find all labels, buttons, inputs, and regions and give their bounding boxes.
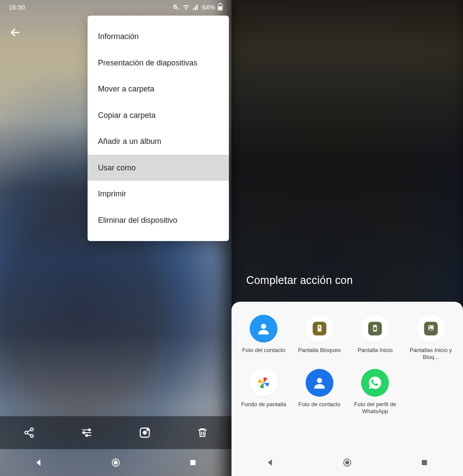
share-button[interactable] bbox=[19, 422, 39, 443]
delete-button[interactable] bbox=[192, 422, 213, 443]
chooser-app-wallpaper[interactable]: Fondo de pantalla bbox=[236, 366, 292, 418]
svg-point-15 bbox=[261, 324, 266, 329]
contact-icon bbox=[250, 315, 277, 342]
svg-rect-14 bbox=[190, 460, 196, 465]
nav-home-button[interactable] bbox=[339, 454, 356, 471]
menu-item-use-as[interactable]: Usar como bbox=[88, 155, 229, 181]
svg-point-24 bbox=[429, 326, 430, 327]
menu-item-slideshow[interactable]: Presentación de diapositivas bbox=[88, 50, 229, 76]
chooser-app-both-screens[interactable]: Pantallas Inicio y Bloq... bbox=[403, 312, 459, 364]
svg-point-11 bbox=[147, 429, 148, 430]
svg-rect-2 bbox=[218, 7, 222, 10]
picture-icon bbox=[417, 315, 445, 342]
menu-item-move[interactable]: Mover a carpeta bbox=[88, 76, 229, 102]
svg-point-5 bbox=[30, 434, 33, 437]
svg-rect-1 bbox=[219, 3, 221, 4]
whatsapp-icon bbox=[361, 369, 389, 397]
svg-point-6 bbox=[89, 429, 91, 430]
svg-point-8 bbox=[86, 434, 88, 436]
app-label: Pantalla Bloqueo bbox=[298, 347, 341, 354]
photo-viewer-screen: 16:30 64% Información Presentación de di… bbox=[0, 0, 232, 476]
back-button[interactable] bbox=[9, 26, 22, 41]
chooser-sheet: Foto del contacto Pantalla Bloqueo Panta… bbox=[232, 302, 463, 476]
svg-point-25 bbox=[317, 378, 322, 383]
edit-button[interactable] bbox=[76, 422, 97, 443]
system-nav-bar bbox=[0, 449, 232, 476]
svg-rect-28 bbox=[422, 460, 427, 465]
signal-icon bbox=[192, 3, 199, 10]
app-label: Pantalla Inicio bbox=[358, 347, 393, 354]
status-icons: 64% bbox=[173, 3, 223, 11]
svg-rect-19 bbox=[319, 327, 320, 329]
nav-home-button[interactable] bbox=[107, 454, 124, 471]
menu-item-info[interactable]: Información bbox=[88, 23, 229, 50]
status-bar: 16:30 64% bbox=[0, 0, 232, 14]
menu-item-add-album[interactable]: Añadir a un álbum bbox=[88, 128, 229, 155]
lock-icon bbox=[306, 315, 333, 342]
photo-action-bar bbox=[0, 416, 232, 449]
intent-chooser-screen: Completar acción con Foto del contacto P… bbox=[232, 0, 463, 476]
menu-item-copy[interactable]: Copiar a carpeta bbox=[88, 102, 229, 129]
chooser-title: Completar acción con bbox=[246, 274, 450, 287]
nav-recents-button[interactable] bbox=[184, 454, 202, 471]
app-label: Foto del contacto bbox=[242, 347, 285, 354]
contact-icon bbox=[306, 369, 333, 397]
status-time: 16:30 bbox=[9, 3, 25, 11]
app-label: Fondo de pantalla bbox=[241, 401, 286, 408]
nav-back-button[interactable] bbox=[30, 454, 47, 471]
chooser-app-home-screen[interactable]: Pantalla Inicio bbox=[347, 312, 403, 364]
svg-point-10 bbox=[143, 431, 146, 434]
svg-point-13 bbox=[114, 461, 117, 464]
svg-point-7 bbox=[83, 432, 85, 434]
app-label: Foto de contacto bbox=[298, 401, 340, 408]
svg-point-4 bbox=[25, 431, 28, 434]
chooser-app-contact-photo[interactable]: Foto del contacto bbox=[236, 312, 292, 364]
menu-item-print[interactable]: Imprimir bbox=[88, 181, 229, 207]
lens-button[interactable] bbox=[134, 422, 155, 443]
nav-recents-button[interactable] bbox=[416, 454, 433, 471]
chooser-app-contact-photo-2[interactable]: Foto de contacto bbox=[292, 366, 348, 418]
mute-icon bbox=[173, 3, 180, 10]
svg-point-27 bbox=[346, 461, 349, 464]
menu-item-delete[interactable]: Eliminar del dispositivo bbox=[88, 207, 229, 234]
battery-icon bbox=[218, 3, 223, 11]
system-nav-bar bbox=[232, 449, 463, 476]
wifi-icon bbox=[183, 3, 190, 11]
app-label: Pantallas Inicio y Bloq... bbox=[407, 347, 455, 361]
nav-back-button[interactable] bbox=[261, 454, 279, 471]
chooser-grid: Foto del contacto Pantalla Bloqueo Panta… bbox=[236, 312, 459, 417]
battery-text: 64% bbox=[202, 3, 215, 11]
google-photos-icon bbox=[250, 369, 277, 397]
home-icon bbox=[361, 315, 389, 342]
overflow-menu: Información Presentación de diapositivas… bbox=[88, 16, 229, 241]
chooser-app-whatsapp[interactable]: Foto del perfil de WhatsApp bbox=[347, 366, 403, 418]
chooser-app-lock-screen[interactable]: Pantalla Bloqueo bbox=[292, 312, 348, 364]
app-label: Foto del perfil de WhatsApp bbox=[351, 401, 399, 415]
svg-point-3 bbox=[30, 428, 33, 431]
